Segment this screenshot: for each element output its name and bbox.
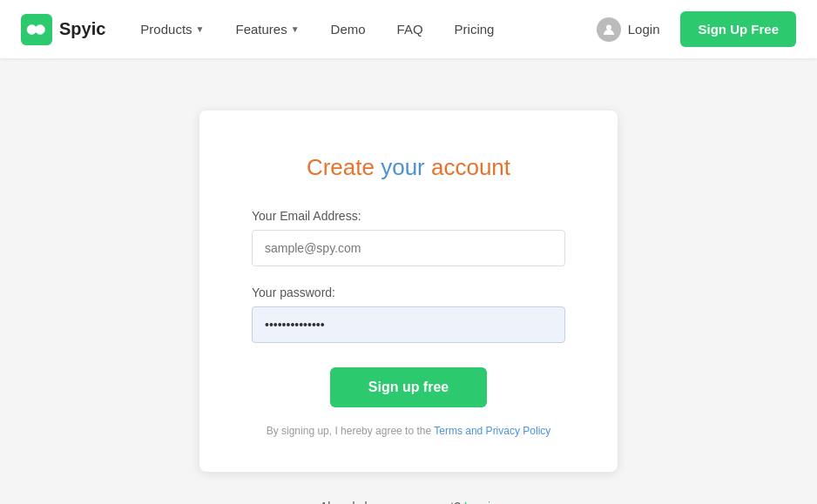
title-create: Create — [307, 154, 381, 180]
user-icon — [597, 17, 621, 42]
login-button[interactable]: Login — [586, 10, 671, 49]
nav-links: Products ▼ Features ▼ Demo FAQ Pricing — [126, 15, 585, 44]
signup-form-card: Create your account Your Email Address: … — [199, 111, 618, 472]
nav-pricing[interactable]: Pricing — [441, 15, 509, 44]
title-your: your — [381, 154, 425, 180]
login-link[interactable]: Log in — [464, 500, 497, 504]
nav-products[interactable]: Products ▼ — [126, 15, 218, 44]
nav-features[interactable]: Features ▼ — [221, 15, 313, 44]
email-input[interactable] — [252, 230, 565, 266]
features-chevron-icon: ▼ — [291, 24, 300, 34]
brand-name: Spyic — [59, 19, 105, 39]
title-account: account — [425, 154, 510, 180]
signup-submit-button[interactable]: Sign up free — [330, 367, 487, 407]
logo-icon — [21, 14, 52, 45]
password-label: Your password: — [252, 286, 565, 299]
password-input[interactable] — [252, 306, 565, 343]
main-content: Create your account Your Email Address: … — [0, 58, 817, 504]
products-chevron-icon: ▼ — [196, 24, 205, 34]
form-title: Create your account — [252, 154, 565, 181]
svg-point-1 — [606, 24, 611, 30]
email-label: Your Email Address: — [252, 209, 565, 223]
terms-text: By signing up, I hereby agree to the Ter… — [252, 425, 565, 437]
nav-demo[interactable]: Demo — [317, 15, 380, 44]
terms-link[interactable]: Terms and Privacy Policy — [434, 425, 550, 437]
password-group: Your password: — [252, 286, 565, 343]
email-group: Your Email Address: — [252, 209, 565, 266]
navbar: Spyic Products ▼ Features ▼ Demo FAQ Pri… — [0, 0, 817, 58]
nav-faq[interactable]: FAQ — [383, 15, 437, 44]
nav-right: Login Sign Up Free — [586, 10, 796, 49]
nav-signup-button[interactable]: Sign Up Free — [680, 11, 796, 47]
logo[interactable]: Spyic — [21, 14, 105, 45]
bottom-text: Already have an account? Log in — [320, 500, 497, 504]
